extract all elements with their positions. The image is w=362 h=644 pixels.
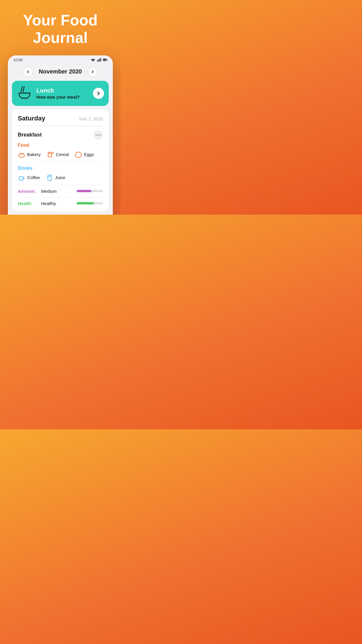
dotted-divider: [18, 126, 103, 126]
svg-line-9: [23, 87, 24, 92]
health-bar-fill: [77, 202, 94, 204]
amount-bar-bg: [77, 190, 103, 192]
drink-item-coffee[interactable]: Coffee: [18, 174, 40, 181]
food-item-eggs[interactable]: Eggs: [75, 151, 94, 158]
chevron-right-icon: [91, 70, 94, 74]
cereal-label: Cereal: [56, 152, 69, 157]
svg-rect-13: [48, 152, 52, 157]
svg-rect-2: [98, 59, 99, 62]
month-nav: November 2020: [8, 63, 113, 81]
day-card: Saturday Nov 7, 2020 Breakfast Food Bake…: [12, 109, 109, 211]
amount-row: Amount: Medium: [18, 189, 103, 194]
chevron-left-icon: [26, 70, 30, 74]
dot: [100, 134, 101, 136]
svg-rect-18: [48, 175, 51, 181]
month-label: November 2020: [39, 68, 82, 75]
health-bar-bg: [77, 202, 103, 204]
bakery-label: Bakery: [27, 152, 41, 157]
food-items-row: Bakery Cereal Eggs: [18, 151, 103, 158]
drinks-items-row: Coffee Juice: [18, 174, 103, 181]
dashed-divider-3: [18, 197, 103, 197]
bakery-icon: [18, 151, 25, 158]
lunch-banner[interactable]: Lunch How was your meal?: [12, 81, 109, 106]
svg-line-8: [21, 87, 22, 92]
svg-marker-0: [91, 59, 95, 62]
dashed-divider-2: [18, 185, 103, 185]
day-date: Nov 7, 2020: [79, 116, 103, 121]
juice-label: Juice: [55, 175, 65, 180]
svg-rect-1: [97, 60, 98, 62]
cereal-icon: [47, 151, 54, 158]
dot: [98, 134, 99, 136]
arrow-right-icon: [96, 91, 101, 95]
status-icons: [91, 58, 108, 62]
status-bar: 10:00: [8, 55, 113, 63]
meal-name: Breakfast: [18, 132, 42, 138]
drink-item-juice[interactable]: Juice: [46, 174, 65, 181]
day-header: Saturday Nov 7, 2020: [18, 115, 103, 122]
dot: [96, 134, 97, 136]
battery-icon: [103, 58, 108, 62]
amount-label: Amount:: [18, 189, 38, 194]
drinks-category-label: Drinks: [18, 166, 103, 171]
wifi-icon: [91, 58, 95, 62]
bowl-icon: [17, 85, 32, 101]
food-item-bakery[interactable]: Bakery: [18, 151, 41, 158]
svg-rect-4: [101, 58, 101, 62]
food-item-cereal[interactable]: Cereal: [47, 151, 69, 158]
lunch-title: Lunch: [36, 87, 89, 94]
day-name: Saturday: [18, 115, 45, 122]
svg-rect-6: [103, 59, 106, 61]
status-time: 10:00: [13, 58, 23, 62]
coffee-label: Coffee: [27, 175, 40, 180]
prev-month-button[interactable]: [23, 67, 33, 77]
svg-rect-3: [99, 59, 100, 62]
juice-icon: [46, 174, 53, 181]
health-row: Health: Healthy: [18, 201, 103, 206]
phone-card: 10:00 No: [8, 55, 113, 215]
more-options-button[interactable]: [94, 130, 103, 140]
health-value: Healthy: [41, 201, 74, 206]
hero-title: Your Food Journal: [0, 0, 121, 55]
health-label: Health:: [18, 201, 38, 206]
amount-bar-fill: [77, 190, 91, 192]
lunch-text: Lunch How was your meal?: [36, 87, 89, 99]
lunch-subtitle: How was your meal?: [36, 94, 89, 99]
meal-header: Breakfast: [18, 130, 103, 140]
coffee-icon: [18, 174, 25, 181]
next-month-button[interactable]: [88, 67, 98, 77]
lunch-arrow-button[interactable]: [93, 88, 104, 99]
food-category-label: Food: [18, 143, 103, 148]
svg-rect-7: [107, 60, 108, 60]
eggs-icon: [75, 151, 82, 158]
eggs-label: Eggs: [84, 152, 94, 157]
signal-icon: [97, 58, 101, 62]
amount-value: Medium: [41, 189, 74, 194]
dashed-divider-1: [18, 162, 103, 162]
